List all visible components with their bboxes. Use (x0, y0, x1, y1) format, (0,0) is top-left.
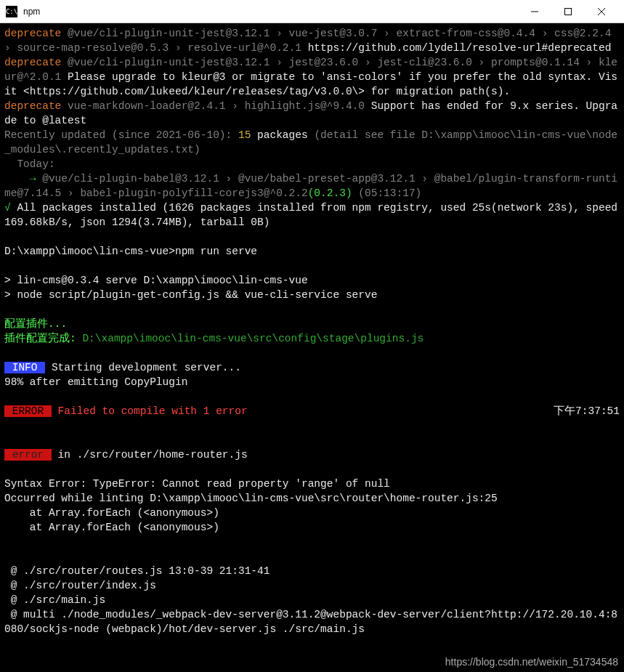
progress: 98% after emitting CopyPlugin (4, 376, 187, 388)
trace-line: @ ./src/main.js (4, 594, 105, 606)
prompt-cmd: npm run serve (175, 246, 257, 257)
watermark: https://blog.csdn.net/weixin_51734548 (445, 656, 618, 668)
close-button[interactable] (585, 0, 618, 23)
trace-line: @ multi ./node_modules/_webpack-dev-serv… (4, 609, 617, 635)
install-msg: All packages installed (1626 packages in… (4, 202, 624, 228)
window-title: npm (23, 7, 518, 17)
maximize-button[interactable] (551, 0, 585, 23)
info-msg: Starting development server... (45, 362, 241, 373)
error-badge: ERROR (4, 405, 52, 417)
recent-mid: packages (251, 129, 314, 141)
error-msg: Failed to compile with 1 error (52, 405, 248, 417)
pkg-version: (0.2.3) (308, 187, 352, 199)
recent-count: 15 (238, 129, 251, 141)
info-badge: INFO (4, 362, 45, 373)
serve-line: > lin-cms@0.3.4 serve D:\xampp\imooc\lin… (4, 275, 308, 286)
close-icon (598, 8, 605, 15)
check-icon: √ (4, 202, 17, 214)
trace-line: @ ./src/router/index.js (4, 580, 156, 591)
pkg-time: (05:13:17) (352, 187, 422, 199)
svg-rect-1 (565, 8, 572, 15)
app-icon: C:\ (6, 6, 17, 17)
plugin-path: D:\xampp\imooc\lin-cms-vue\src\config\st… (82, 333, 424, 344)
deprecate-tag: deprecate (4, 100, 61, 112)
deprecate-tag: deprecate (4, 57, 61, 68)
dep-chain: vue-markdown-loader@2.4.1 › highlight.js… (61, 100, 370, 112)
today-label: Today: (4, 158, 55, 170)
dep-link: https://github.com/lydell/resolve-url#de… (308, 42, 612, 54)
error-badge: error (4, 449, 52, 461)
minimize-button[interactable] (518, 0, 551, 23)
plugin-msg: 配置插件... (4, 318, 67, 330)
deprecate-tag: deprecate (4, 28, 61, 39)
maximize-icon (564, 8, 572, 15)
minimize-icon (531, 8, 538, 15)
syntax-line: at Array.forEach (<anonymous>) (4, 522, 219, 533)
recent-prefix: Recently updated (since 2021-06-10): (4, 129, 238, 141)
plugin-done: 插件配置完成: (4, 333, 82, 344)
trace-line: @ ./src/router/routes.js 13:0-39 21:31-4… (4, 565, 270, 577)
syntax-line: Occurred while linting D:\xampp\imooc\li… (4, 493, 498, 504)
terminal-output[interactable]: deprecate @vue/cli-plugin-unit-jest@3.12… (0, 23, 624, 639)
window-titlebar: C:\ npm (0, 0, 624, 23)
serve-line: > node script/plugin-get-config.js && vu… (4, 289, 377, 301)
prompt-path: D:\xampp\imooc\lin-cms-vue> (4, 246, 175, 257)
dep-msg: Please upgrade to kleur@3 or migrate to … (4, 71, 617, 97)
error-time: 下午7:37:51 (554, 404, 620, 418)
arrow-icon: → (4, 173, 42, 185)
error-in: in ./src/router/home-router.js (52, 449, 248, 461)
syntax-line: Syntax Error: TypeError: Cannot read pro… (4, 478, 390, 490)
syntax-line: at Array.forEach (<anonymous>) (4, 507, 219, 519)
